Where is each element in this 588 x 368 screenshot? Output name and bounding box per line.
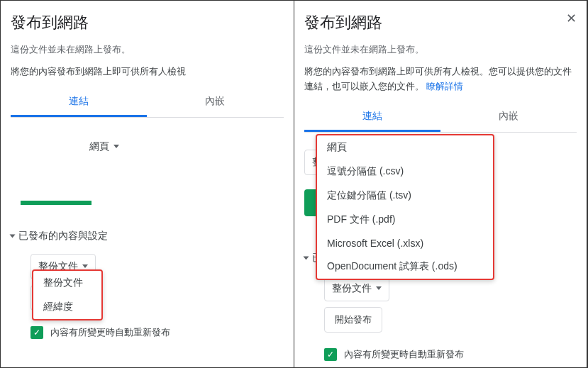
format-selector-open[interactable]: 網頁 逗號分隔值 (.csv) 定位鍵分隔值 (.tsv) PDF 文件 (.p… <box>316 134 494 280</box>
auto-republish-label: 內容有所變更時自動重新發布 <box>344 348 464 361</box>
publish-hint-underline <box>21 201 91 205</box>
format-option-pdf[interactable]: PDF 文件 (.pdf) <box>317 208 493 232</box>
auto-republish-row[interactable]: ✓ 內容有所變更時自動重新發布 <box>30 326 284 339</box>
panel-left: 發布到網路 這份文件並未在網路上發布。 將您的內容發布到網路上即可供所有人檢視 … <box>1 1 294 367</box>
chevron-down-icon <box>303 256 309 260</box>
tabs: 連結 內嵌 <box>304 103 577 133</box>
publish-status: 這份文件並未在網路上發布。 <box>304 43 577 56</box>
auto-republish-label: 內容有所變更時自動重新發布 <box>50 326 170 339</box>
format-option-tsv[interactable]: 定位鍵分隔值 (.tsv) <box>317 184 493 208</box>
learn-more-link[interactable]: 瞭解詳情 <box>426 81 463 91</box>
options-row: 整份文件 經緯度 網頁 <box>11 135 284 159</box>
chevron-down-icon <box>376 286 382 290</box>
dialog-title: 發布到網路 <box>304 12 577 33</box>
option-latlng[interactable]: 經緯度 <box>33 295 101 319</box>
format-option-xlsx[interactable]: Microsoft Excel (.xlsx) <box>317 232 493 255</box>
start-publishing-button[interactable]: 開始發布 <box>324 307 382 333</box>
tab-embed[interactable]: 內嵌 <box>147 88 283 117</box>
format-option-csv[interactable]: 逗號分隔值 (.csv) <box>317 160 493 184</box>
description: 將您的內容發布到網路上即可供所有人檢視 <box>11 65 284 79</box>
document-selector-open[interactable]: 整份文件 經緯度 <box>32 269 103 320</box>
dialog-title: 發布到網路 <box>11 12 284 33</box>
format-label: 網頁 <box>89 140 109 153</box>
chevron-down-icon <box>82 264 88 268</box>
auto-republish-row[interactable]: ✓ 內容有所變更時自動重新發布 <box>324 348 577 361</box>
tab-link[interactable]: 連結 <box>11 88 147 117</box>
selector-label: 整份文件 <box>332 282 372 295</box>
description: 將您的內容發布到網路上即可供所有人檢視。您可以提供您的文件連結，也可以嵌入您的文… <box>304 65 577 94</box>
chevron-down-icon <box>10 234 16 238</box>
tab-link[interactable]: 連結 <box>304 103 440 132</box>
chevron-down-icon <box>113 145 119 148</box>
published-settings-header[interactable]: 已發布的內容與設定 <box>11 230 284 242</box>
checkbox-checked-icon[interactable]: ✓ <box>30 326 43 339</box>
section-title: 已發布的內容與設定 <box>18 230 108 242</box>
format-option-webpage[interactable]: 網頁 <box>317 135 493 160</box>
option-whole-document[interactable]: 整份文件 <box>33 271 101 295</box>
tab-embed[interactable]: 內嵌 <box>440 103 577 132</box>
close-button[interactable]: ✕ <box>566 11 577 26</box>
format-selector[interactable]: 網頁 <box>85 135 123 159</box>
format-option-ods[interactable]: OpenDocument 試算表 (.ods) <box>317 255 493 279</box>
publish-status: 這份文件並未在網路上發布。 <box>11 43 284 56</box>
tabs: 連結 內嵌 <box>11 88 284 118</box>
checkbox-checked-icon[interactable]: ✓ <box>324 348 337 361</box>
description-text: 將您的內容發布到網路上即可供所有人檢視 <box>11 66 186 77</box>
settings-body: 整份文件 開始發布 ✓ 內容有所變更時自動重新發布 <box>304 276 577 361</box>
